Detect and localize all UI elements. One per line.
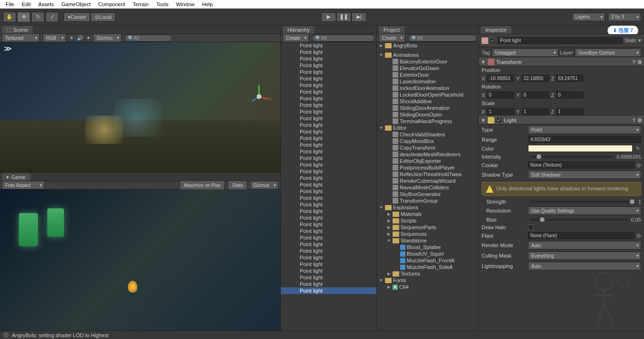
strength-slider[interactable] (530, 201, 635, 203)
hierarchy-item[interactable]: Point light (281, 175, 376, 181)
rotation-y-field[interactable] (522, 91, 549, 98)
gameobject-name-field[interactable] (498, 37, 623, 44)
layers-dropdown[interactable]: Layers (572, 13, 605, 21)
hierarchy-item[interactable]: Point light (281, 108, 376, 115)
stats-toggle[interactable]: Stats (228, 180, 247, 190)
hierarchy-list[interactable]: Point lightPoint lightPoint lightPoint l… (281, 42, 376, 330)
foldout-icon[interactable]: ▼ (379, 278, 384, 283)
light-component-header[interactable]: ▼ ✓ Light ? ⚙ (479, 116, 644, 125)
shadow-type-dropdown[interactable]: Soft Shadows (528, 170, 641, 179)
menu-tools[interactable]: Tools (152, 0, 172, 8)
transform-component-header[interactable]: ▼ Transform ? ⚙ (479, 58, 644, 66)
project-item[interactable]: ▼Standalone (377, 237, 478, 244)
menu-component[interactable]: Component (94, 0, 129, 8)
foldout-icon[interactable]: ▼ (379, 53, 384, 57)
project-item[interactable]: TerminalHackProgress (377, 118, 478, 125)
hierarchy-item[interactable]: Point light (281, 82, 376, 89)
hierarchy-tab[interactable]: Hierarchy (283, 26, 314, 34)
project-item[interactable]: RenderCubemapWizard (377, 178, 478, 184)
move-tool-button[interactable]: ✥ (17, 12, 30, 22)
hierarchy-item[interactable]: Point light (281, 161, 376, 168)
orientation-gizmo[interactable]: x y (247, 85, 271, 108)
project-search[interactable]: 🔍All (408, 35, 476, 42)
cullingmask-dropdown[interactable]: Everything (528, 251, 641, 260)
menu-terrain[interactable]: Terrain (129, 0, 152, 8)
project-item[interactable]: deactivateMeshRenderers (377, 151, 478, 158)
foldout-icon[interactable]: ▶ (386, 225, 391, 230)
project-item[interactable]: EditorObjExporter (377, 158, 478, 164)
hierarchy-item[interactable]: Point light (281, 122, 376, 128)
component-settings-icon[interactable]: ⚙ (637, 117, 642, 124)
menu-file[interactable]: File (2, 0, 18, 8)
hierarchy-item[interactable]: Point light (281, 261, 376, 268)
component-help-icon[interactable]: ? (632, 59, 635, 65)
menu-window[interactable]: Window (172, 0, 198, 8)
pivot-rotation-button[interactable]: ◎ Local (90, 12, 116, 22)
hierarchy-item[interactable]: Point light (281, 268, 376, 274)
project-item[interactable]: ▶Materials (377, 211, 478, 217)
project-item[interactable]: ▼Fonts (377, 277, 478, 284)
hierarchy-item[interactable]: Point light (281, 181, 376, 188)
project-item[interactable]: lockedDoorAnimation (377, 85, 478, 91)
project-item[interactable]: MuzzleFlash_FrontA (377, 257, 478, 264)
position-x-field[interactable] (487, 75, 514, 82)
hand-tool-button[interactable]: ✋ (3, 12, 16, 22)
menu-gameobject[interactable]: GameObject (58, 0, 95, 8)
tag-dropdown[interactable]: Untagged (492, 48, 558, 57)
foldout-icon[interactable]: ▶ (386, 212, 391, 216)
hierarchy-item[interactable]: Point light (281, 135, 376, 142)
hierarchy-item[interactable]: Point light (281, 195, 376, 201)
inspector-tab[interactable]: Inspector (481, 26, 511, 34)
hierarchy-item[interactable]: Point light (281, 168, 376, 175)
intensity-slider[interactable] (530, 156, 613, 158)
hierarchy-item[interactable]: Point light (281, 188, 376, 195)
project-item[interactable]: ▶Textures (377, 270, 478, 277)
menu-assets[interactable]: Assets (35, 0, 58, 8)
hierarchy-item[interactable]: Point light (281, 234, 376, 241)
hierarchy-item[interactable]: Point light (281, 55, 376, 62)
hierarchy-search[interactable]: 🔍All (312, 35, 375, 42)
rotate-tool-button[interactable]: ↻ (31, 12, 45, 22)
scene-render-mode[interactable]: RGB (43, 34, 66, 42)
hierarchy-item[interactable]: Point light (281, 75, 376, 82)
project-item[interactable]: ShootAdditive (377, 98, 478, 105)
scale-x-field[interactable] (487, 108, 514, 115)
project-item[interactable]: TransformGroup (377, 197, 478, 204)
play-button[interactable]: ▶ (321, 12, 336, 22)
hierarchy-item[interactable]: Point light (281, 274, 376, 281)
hierarchy-item[interactable]: Point light (281, 214, 376, 221)
project-item[interactable]: RevealMeshColliders (377, 184, 478, 191)
project-item[interactable]: CopyTransform (377, 144, 478, 151)
object-picker-icon[interactable]: ◎ (636, 232, 641, 239)
project-item[interactable]: ▶Sequences (377, 231, 478, 237)
game-aspect-dropdown[interactable]: Free Aspect (2, 181, 45, 189)
light-type-dropdown[interactable]: Point (528, 125, 641, 134)
hierarchy-create-dropdown[interactable]: Create (283, 34, 309, 42)
project-item[interactable]: ▼Animations (377, 52, 478, 58)
project-tab[interactable]: Project (379, 26, 404, 34)
project-item[interactable]: ▼Editor (377, 125, 478, 131)
step-button[interactable]: ▶| (351, 12, 367, 22)
project-item[interactable]: ▶AngryBots (377, 42, 478, 49)
project-item[interactable]: SkyBoxGenerator (377, 191, 478, 197)
game-viewport[interactable] (0, 189, 280, 330)
flare-field[interactable] (528, 232, 635, 239)
hierarchy-item[interactable]: Point light (281, 221, 376, 228)
menu-help[interactable]: Help (198, 0, 217, 8)
hierarchy-item[interactable]: Point light (281, 89, 376, 95)
pause-button[interactable]: ❚❚ (336, 12, 351, 22)
hierarchy-item[interactable]: Point light (281, 208, 376, 214)
scene-tab[interactable]: ⬚Scene (2, 26, 33, 34)
foldout-icon[interactable]: ▶ (386, 218, 391, 223)
project-item[interactable]: SlidingDoorsOpen (377, 111, 478, 118)
menu-edit[interactable]: Edit (18, 0, 35, 8)
rotation-x-field[interactable] (487, 91, 514, 98)
scene-light-toggle[interactable]: ☀ (69, 35, 74, 41)
position-y-field[interactable] (522, 75, 549, 82)
resolution-dropdown[interactable]: Use Quality Settings (528, 206, 641, 215)
hierarchy-item[interactable]: Point light (281, 115, 376, 122)
maximize-on-play-toggle[interactable]: Maximize on Play (179, 180, 225, 190)
foldout-icon[interactable]: ▼ (481, 117, 486, 123)
scene-search[interactable]: 🔍 All (125, 35, 172, 42)
object-picker-icon[interactable]: ◎ (636, 162, 641, 168)
